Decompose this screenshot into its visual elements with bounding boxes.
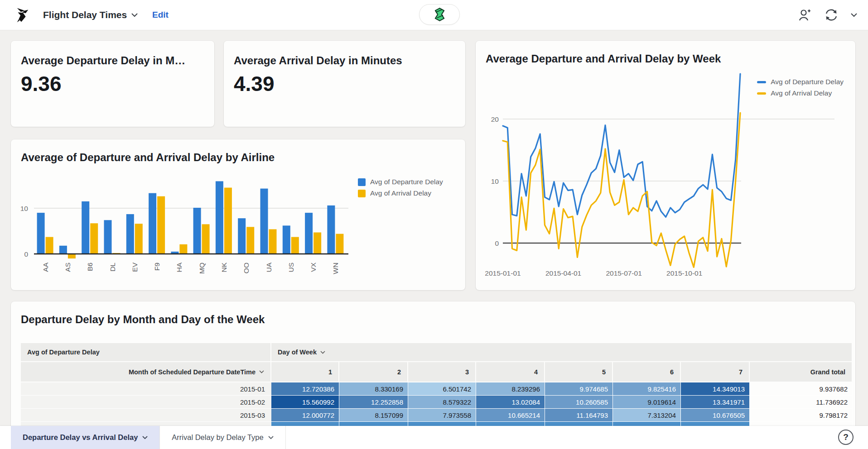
x-category-label: VX [309, 262, 317, 272]
card-pivot-table: Departure Delay by Month and Day of the … [11, 301, 855, 442]
pivot-cell: 6.501742 [408, 382, 476, 396]
dashboard-title-menu[interactable]: Flight Delay Times [43, 0, 138, 30]
bar-F9-1 [157, 196, 165, 254]
x-tick-label: 2015-01-01 [485, 269, 521, 277]
bar-AS-0 [59, 246, 67, 254]
bar-EV-0 [126, 214, 134, 254]
pivot-cell: 13.341971 [681, 396, 750, 409]
bar-OO-1 [246, 227, 254, 254]
x-tick-label: 2015-10-01 [666, 269, 702, 277]
bar-WN-1 [336, 234, 343, 254]
bar-US-1 [291, 237, 299, 254]
pivot-cell: 10.665214 [476, 409, 545, 422]
pivot-cell: 12.252858 [339, 396, 408, 409]
chevron-down-icon[interactable] [320, 351, 325, 354]
pivot-grand-total-header: Grand total [750, 362, 853, 382]
chevron-down-icon[interactable] [259, 370, 264, 373]
card-avg-departure-delay: Average Departure Delay in M… 9.36 [11, 41, 214, 127]
pivot-cell: 8.157099 [339, 409, 408, 422]
x-category-label: EV [131, 262, 139, 272]
bar-VX-0 [305, 213, 313, 254]
y-tick-label: 0 [24, 250, 28, 258]
y-tick-label: 0 [495, 239, 499, 247]
card-avg-arrival-delay: Average Arrival Delay in Minutes 4.39 [224, 41, 465, 127]
pivot-day-column-header: 4 [476, 362, 545, 382]
tab-label: Departure Delay vs Arrival Delay [23, 433, 138, 442]
chevron-down-icon [268, 436, 274, 439]
pivot-cell: 11.164793 [545, 409, 613, 422]
pivot-day-column-header: 7 [681, 362, 750, 382]
pivot-cell: 10.260585 [545, 396, 613, 409]
legend-swatch-arrival [358, 190, 366, 197]
bar-WN-0 [327, 205, 335, 254]
chevron-down-icon[interactable] [851, 13, 857, 17]
legend-label: Avg of Arrival Delay [771, 89, 832, 97]
dashboard-screen: Flight Delay Times Edit [0, 0, 868, 449]
x-category-label: DL [109, 263, 116, 272]
pivot-cell: 9.974685 [545, 382, 613, 396]
y-tick-label: 10 [491, 177, 499, 185]
dashboard-tab-bar: Departure Delay vs Arrival Delay Arrival… [0, 426, 868, 449]
bar-DL-0 [104, 220, 112, 254]
tab-label: Arrival Delay by Delay Type [172, 433, 263, 442]
topbar-actions [798, 0, 857, 30]
x-tick-label: 2015-07-01 [606, 269, 641, 277]
x-category-label: AA [42, 262, 49, 272]
legend-item: Avg of Departure Delay [358, 178, 443, 186]
pivot-cell: 12.720386 [271, 382, 339, 396]
bar-AA-0 [37, 213, 45, 254]
tab-departure-vs-arrival[interactable]: Departure Delay vs Arrival Delay [11, 426, 160, 449]
y-tick-label: 20 [491, 115, 499, 123]
bar-NK-1 [224, 188, 232, 254]
line-chart-legend: Avg of Departure Delay Avg of Arrival De… [757, 78, 844, 97]
pivot-row-label: 2015-01 [21, 382, 271, 396]
bar-MQ-0 [193, 208, 201, 254]
help-button[interactable]: ? [838, 430, 854, 445]
pivot-column-dimension-header[interactable]: Day of Week [271, 343, 853, 362]
bar-OO-0 [238, 218, 246, 254]
dashboard-title: Flight Delay Times [43, 10, 127, 20]
pivot-grand-total-cell: 9.937682 [750, 382, 853, 396]
legend-label: Avg of Departure Delay [370, 178, 443, 186]
scalar-card-title: Average Departure Delay in M… [21, 54, 185, 67]
x-category-label: US [287, 263, 295, 272]
edit-button[interactable]: Edit [152, 0, 169, 30]
bar-AA-1 [46, 237, 53, 254]
pivot-cell: 8.239296 [476, 382, 545, 396]
legend-swatch-departure [358, 178, 366, 186]
chevron-down-icon [142, 436, 148, 439]
pivot-cell: 7.313204 [613, 409, 681, 422]
add-user-icon[interactable] [798, 8, 812, 22]
pivot-row-dimension-header[interactable]: Month of Scheduled Departure DateTime [21, 362, 271, 382]
scalar-card-value: 4.39 [234, 72, 275, 96]
legend-swatch-departure [757, 81, 766, 83]
app-logo-icon[interactable] [14, 6, 31, 24]
legend-label: Avg of Arrival Delay [370, 189, 431, 197]
pivot-grand-total-cell: 9.798172 [750, 409, 853, 422]
legend-item: Avg of Arrival Delay [358, 189, 443, 197]
bar-NK-0 [216, 181, 223, 254]
x-category-label: F9 [153, 263, 161, 271]
green-gem-icon [434, 8, 446, 21]
chart-title: Departure Delay by Month and Day of the … [21, 313, 265, 326]
pivot-table: Avg of Departure DelayDay of WeekMonth o… [21, 343, 853, 435]
pivot-day-column-header: 2 [339, 362, 408, 382]
x-tick-label: 2015-04-01 [545, 269, 581, 277]
x-category-label: NK [220, 262, 228, 272]
pivot-measure-header: Avg of Departure Delay [21, 343, 271, 362]
bar-HA-1 [179, 244, 187, 254]
pivot-day-column-header: 3 [408, 362, 476, 382]
refresh-icon[interactable] [824, 8, 839, 22]
legend-item: Avg of Departure Delay [757, 78, 844, 86]
bar-AS-1 [68, 254, 76, 258]
tab-arrival-by-delay-type[interactable]: Arrival Delay by Delay Type [160, 426, 285, 449]
workbook-icon-button[interactable] [419, 4, 460, 25]
x-category-label: B6 [86, 263, 94, 271]
bar-chart-legend: Avg of Departure Delay Avg of Arrival De… [358, 178, 443, 197]
bar-B6-1 [90, 223, 98, 254]
x-category-label: MQ [198, 263, 206, 274]
pivot-day-column-header: 5 [545, 362, 613, 382]
legend-swatch-arrival [757, 92, 766, 95]
bar-VX-1 [313, 233, 321, 254]
pivot-cell: 10.676505 [681, 409, 750, 422]
